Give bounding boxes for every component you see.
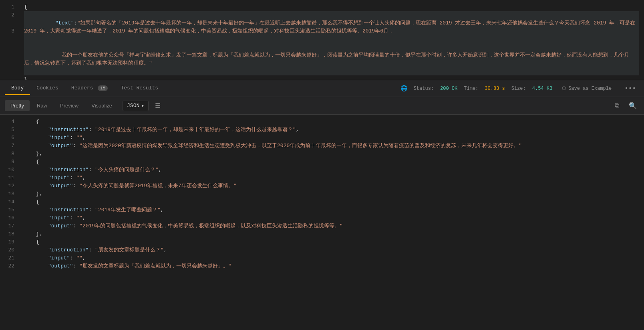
tab-cookies[interactable]: Cookies [30, 82, 65, 95]
status-bar: 🌐 Status: 200 OK Time: 30.83 s Size: 4.5… [400, 83, 639, 94]
response-line: "output": "2019年的问题包括糟糕的气候变化，中美贸易战，极端组织的… [24, 222, 639, 230]
more-options-button[interactable]: ••• [621, 83, 639, 94]
status-label: Status: [414, 86, 434, 91]
chevron-down-icon: ▾ [141, 103, 144, 109]
save-as-example-button[interactable]: ⬡ Save as Example [559, 84, 615, 93]
format-bar: Pretty Raw Preview Visualize JSON ▾ ☰ ⧉ … [0, 97, 644, 115]
globe-icon: 🌐 [400, 85, 407, 92]
response-line: "output": "朋友发的文章标题为「我们差点就以为，一切只会越来越好」。" [24, 262, 639, 270]
tab-headers[interactable]: Headers 15 [65, 82, 115, 95]
json-format-selector[interactable]: JSON ▾ [123, 101, 149, 111]
response-line: "input": "", [24, 254, 639, 262]
response-line: "output": "这话是因为2020年新冠疫情的爆发导致全球经济和生活生态遭… [24, 142, 639, 150]
size-label: Size: [511, 86, 526, 91]
response-line: "instruction": "2019年发生了哪些问题？", [24, 206, 639, 214]
format-bar-actions: ⧉ 🔍 [612, 100, 639, 111]
time-label: Time: [464, 86, 478, 91]
response-line: "output": "令人头疼的问题是就算2019年糟糕，未来7年还会发生什么事… [24, 182, 639, 190]
copy-button[interactable]: ⧉ [612, 100, 622, 111]
response-line: "input": "", [24, 214, 639, 222]
response-line: { [24, 198, 639, 206]
response-line: "instruction": "朋友发的文章标题是什么？", [24, 246, 639, 254]
response-line: "input": "", [24, 174, 639, 182]
response-line: }, [24, 190, 639, 198]
status-value: 200 OK [440, 86, 457, 91]
response-body: 45678910111213141516171819202122 {"instr… [0, 115, 644, 330]
pretty-button[interactable]: Pretty [5, 100, 30, 111]
time-value: 30.83 s [485, 86, 505, 91]
raw-button[interactable]: Raw [31, 100, 53, 111]
response-line: { [24, 158, 639, 166]
response-line: "instruction": "2019年是过去十年最坏的一年，却是未来十年最好… [24, 126, 639, 134]
tab-body[interactable]: Body [5, 82, 30, 95]
editor-line-2: "text":"如果那句著名的「2019年是过去十年最坏的一年，却是未来十年最好… [24, 11, 639, 43]
editor-line-3: } [24, 75, 639, 80]
editor-line-numbers: 1 2 3 [0, 0, 19, 80]
response-line: }, [24, 150, 639, 158]
response-line: "input": "", [24, 134, 639, 142]
response-line: { [24, 238, 639, 246]
headers-badge: 15 [98, 85, 108, 91]
preview-button[interactable]: Preview [54, 100, 84, 111]
filter-icon[interactable]: ☰ [155, 102, 161, 110]
editor-line-2b: 我的一个朋友在他的公众号「禅与宇宙维修艺术」发了一篇文章，标题为「我们差点就以为… [24, 43, 639, 75]
response-json-content: {"instruction": "2019年是过去十年最坏的一年，却是未来十年最… [19, 115, 644, 330]
save-icon: ⬡ [562, 85, 566, 91]
search-button[interactable]: 🔍 [626, 100, 639, 111]
tab-test-results[interactable]: Test Results [114, 82, 165, 95]
response-line: { [24, 118, 639, 126]
response-line: }, [24, 230, 639, 238]
editor-content: { "text":"如果那句著名的「2019年是过去十年最坏的一年，却是未来十年… [19, 0, 644, 80]
editor-line-1: { [24, 3, 639, 11]
response-tab-bar: Body Cookies Headers 15 Test Results 🌐 S… [0, 80, 644, 97]
size-value: 4.54 KB [532, 86, 552, 91]
response-line: "instruction": "令人头疼的问题是什么？", [24, 166, 639, 174]
visualize-button[interactable]: Visualize [86, 100, 118, 111]
top-editor: 1 2 3 { "text":"如果那句著名的「2019年是过去十年最坏的一年，… [0, 0, 644, 80]
response-line-numbers: 45678910111213141516171819202122 [0, 115, 19, 330]
